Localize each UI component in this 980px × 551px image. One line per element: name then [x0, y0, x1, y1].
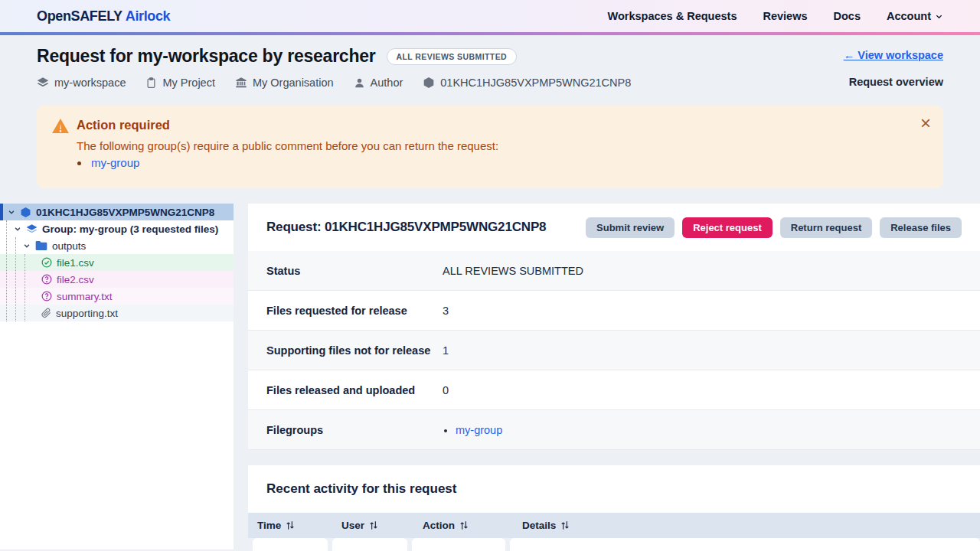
nav-account[interactable]: Account [887, 10, 943, 22]
question-circle-icon [41, 274, 52, 285]
tree-node-outputs-label: outputs [52, 240, 86, 252]
tree-guide-line [15, 237, 16, 321]
meta-project-label: My Project [162, 77, 215, 89]
alert-message: The following group(s) require a public … [77, 139, 903, 152]
request-overview-label: Request overview [849, 76, 943, 88]
sort-icon[interactable] [459, 520, 469, 530]
meta-workspace: my-workspace [37, 77, 126, 89]
layers-icon [37, 77, 49, 89]
table-cell [510, 538, 980, 551]
meta-organisation-label: My Organisation [253, 77, 334, 89]
release-files-button[interactable]: Release files [880, 217, 962, 238]
meta-project: My Project [145, 77, 215, 89]
folder-icon [35, 240, 47, 251]
tree-node-outputs[interactable]: outputs [0, 237, 234, 254]
sort-icon[interactable] [560, 520, 570, 530]
clipboard-icon [145, 77, 157, 89]
content-area: 01KHC1HJG85VXPMP5WNG21CNP8 Group: my-gro… [0, 204, 980, 549]
detail-value: 0 [443, 384, 449, 396]
detail-value: 3 [443, 305, 449, 317]
detail-row-files-released: Files released and uploaded 0 [248, 370, 980, 410]
tree-file-file2[interactable]: file2.csv [0, 271, 234, 288]
chevron-down-icon[interactable] [8, 208, 15, 216]
building-icon [235, 77, 247, 89]
nav-account-label: Account [887, 10, 931, 22]
tree-file-supporting[interactable]: supporting.txt [0, 305, 234, 321]
sort-icon[interactable] [286, 520, 295, 530]
app-logo[interactable]: OpenSAFELYAirlock [37, 8, 170, 24]
nav-workspaces-requests[interactable]: Workspaces & Requests [608, 10, 737, 22]
request-actions: Submit review Reject request Return requ… [586, 217, 962, 238]
filegroup-list: my-group [456, 424, 502, 436]
my-group-link[interactable]: my-group [91, 156, 139, 169]
submit-review-button[interactable]: Submit review [586, 217, 675, 238]
detail-label: Status [266, 265, 443, 277]
chevron-down-icon[interactable] [23, 242, 31, 249]
action-required-alert: Action required The following group(s) r… [37, 106, 943, 188]
meta-author: Author [354, 77, 403, 89]
layers-icon [26, 223, 38, 235]
check-circle-icon [41, 257, 52, 268]
tree-file-label: summary.txt [57, 291, 113, 302]
request-heading: Request: 01KHC1HJG85VXPMP5WNG21CNP8 [266, 220, 546, 235]
table-cell [332, 538, 407, 551]
column-label: Action [423, 520, 455, 531]
column-header-details[interactable]: Details [522, 520, 980, 531]
package-icon [423, 77, 435, 89]
file-tree-sidebar: 01KHC1HJG85VXPMP5WNG21CNP8 Group: my-gro… [0, 204, 234, 549]
filegroup-item: my-group [456, 424, 502, 436]
nav-reviews[interactable]: Reviews [763, 10, 807, 22]
warning-icon [52, 119, 69, 134]
tree-guide-line [6, 220, 7, 321]
meta-request-id: 01KHC1HJG85VXPMP5WNG21CNP8 [423, 77, 631, 89]
question-circle-icon [41, 291, 52, 302]
tree-node-group-label: Group: my-group (3 requested files) [42, 223, 218, 235]
activity-table-header: Time User Action Details [248, 513, 980, 538]
detail-row-status: Status ALL REVIEWS SUBMITTED [248, 251, 980, 291]
nav-docs[interactable]: Docs [834, 10, 861, 22]
main-column: Request: 01KHC1HJG85VXPMP5WNG21CNP8 Subm… [248, 204, 980, 551]
paperclip-icon [41, 308, 51, 318]
tree-file-file1[interactable]: file1.csv [0, 254, 234, 271]
view-workspace-link[interactable]: ← View workspace [844, 49, 943, 61]
logo-primary: OpenSAFELY [37, 8, 122, 24]
page-title: Request for my-workspace by researcher [37, 46, 376, 67]
column-label: Time [257, 520, 281, 531]
detail-value: 1 [443, 344, 449, 357]
table-cell [412, 538, 505, 551]
column-label: User [341, 520, 364, 531]
breadcrumb: my-workspace My Project My Organisation … [37, 77, 943, 89]
tree-node-group[interactable]: Group: my-group (3 requested files) [0, 220, 234, 237]
detail-label: Files requested for release [266, 305, 443, 317]
filegroup-link[interactable]: my-group [456, 424, 502, 436]
tree-file-label: file1.csv [57, 257, 94, 269]
column-header-user[interactable]: User [341, 520, 423, 531]
detail-label: Files released and uploaded [266, 384, 443, 396]
close-icon[interactable]: × [920, 110, 931, 136]
column-label: Details [522, 520, 556, 531]
reject-request-button[interactable]: Reject request [682, 217, 773, 238]
detail-label: Supporting files not for release [266, 344, 443, 357]
column-header-action[interactable]: Action [423, 520, 522, 531]
tree-node-request[interactable]: 01KHC1HJG85VXPMP5WNG21CNP8 [0, 204, 234, 220]
user-icon [354, 77, 365, 89]
page-head: Request for my-workspace by researcher A… [0, 35, 980, 106]
tree-file-summary[interactable]: summary.txt [0, 288, 234, 305]
main-nav: Workspaces & Requests Reviews Docs Accou… [608, 10, 943, 22]
table-cell [253, 538, 328, 551]
column-header-time[interactable]: Time [257, 520, 341, 531]
activity-heading: Recent activity for this request [266, 481, 456, 497]
request-overview-card: Request: 01KHC1HJG85VXPMP5WNG21CNP8 Subm… [248, 204, 980, 450]
chevron-down-icon [935, 12, 943, 21]
package-icon [20, 207, 31, 218]
meta-author-label: Author [371, 77, 403, 89]
detail-row-supporting-files: Supporting files not for release 1 [248, 331, 980, 370]
meta-workspace-label: my-workspace [54, 77, 126, 89]
tree-file-label: supporting.txt [56, 308, 118, 319]
tree-guide-line [24, 254, 25, 321]
request-details-table: Status ALL REVIEWS SUBMITTED Files reque… [248, 251, 980, 450]
activity-table-row [248, 538, 980, 551]
sort-icon[interactable] [369, 520, 378, 530]
chevron-down-icon[interactable] [14, 225, 21, 233]
return-request-button[interactable]: Return request [780, 217, 872, 238]
